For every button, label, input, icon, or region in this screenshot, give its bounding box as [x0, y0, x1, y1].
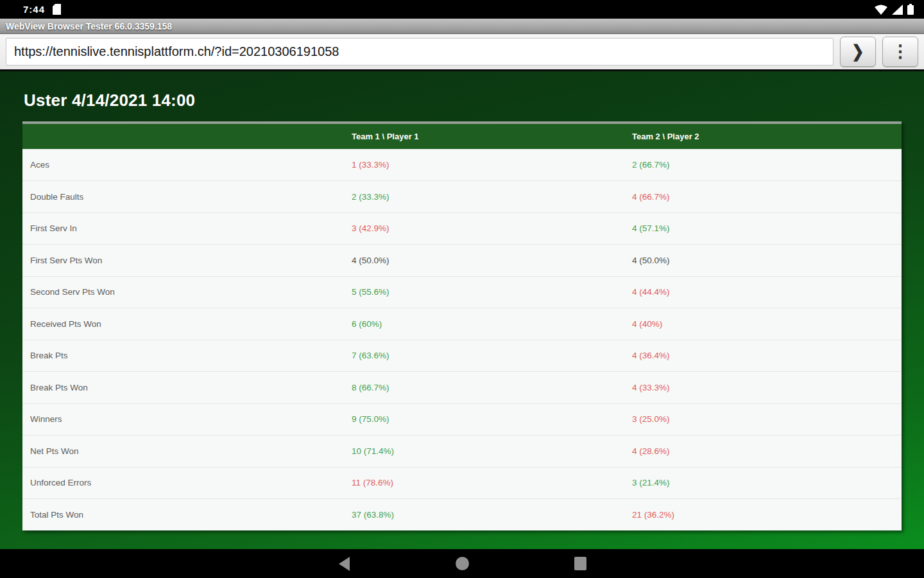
home-icon[interactable]	[454, 556, 470, 572]
table-row: Break Pts Won8 (66.7%)4 (33.3%)	[22, 372, 902, 404]
table-row: Received Pts Won6 (60%)4 (40%)	[22, 308, 902, 340]
team1-header: Team 1 \ Player 1	[344, 123, 624, 149]
url-toolbar: ❯ ⋮	[0, 34, 924, 71]
team2-value: 21 (36.2%)	[624, 499, 902, 531]
team1-value: 11 (78.6%)	[344, 467, 624, 499]
team1-value: 10 (71.4%)	[344, 435, 624, 468]
team2-value: 4 (66.7%)	[624, 181, 902, 213]
table-row: Total Pts Won37 (63.8%)21 (36.2%)	[22, 499, 902, 531]
table-header-row: Team 1 \ Player 1 Team 2 \ Player 2	[22, 123, 902, 149]
stat-label: First Serv In	[22, 213, 344, 245]
table-row: First Serv Pts Won4 (50.0%)4 (50.0%)	[22, 245, 902, 277]
table-row: Aces1 (33.3%)2 (66.7%)	[22, 149, 902, 181]
status-bar: 7:44	[0, 0, 924, 19]
stat-label: Break Pts	[22, 340, 344, 372]
overflow-menu-icon: ⋮	[892, 43, 909, 60]
status-time: 7:44	[23, 4, 45, 15]
status-bar-left: 7:44	[6, 4, 61, 15]
team1-value: 7 (63.6%)	[344, 340, 624, 372]
app-title-bar: WebView Browser Tester 66.0.3359.158	[0, 19, 924, 34]
recents-icon[interactable]	[572, 556, 588, 572]
stat-name-header	[22, 123, 344, 149]
app-title: WebView Browser Tester 66.0.3359.158	[6, 21, 172, 31]
stat-label: Winners	[22, 403, 344, 435]
stat-label: First Serv Pts Won	[22, 245, 344, 277]
back-icon[interactable]	[336, 556, 352, 572]
team1-value: 4 (50.0%)	[344, 245, 624, 277]
battery-icon	[907, 4, 914, 15]
team1-value: 6 (60%)	[344, 308, 624, 340]
url-input[interactable]	[6, 38, 834, 66]
stat-label: Second Serv Pts Won	[22, 276, 344, 308]
team1-value: 5 (55.6%)	[344, 276, 624, 308]
team2-value: 4 (33.3%)	[624, 372, 902, 404]
team2-value: 3 (21.4%)	[624, 467, 902, 499]
team1-value: 8 (66.7%)	[344, 372, 624, 404]
status-bar-right	[875, 4, 918, 15]
menu-button[interactable]: ⋮	[882, 37, 918, 67]
match-stats-table: Team 1 \ Player 1 Team 2 \ Player 2 Aces…	[22, 121, 902, 530]
stat-label: Total Pts Won	[22, 499, 344, 531]
team1-value: 2 (33.3%)	[344, 181, 624, 213]
table-row: Break Pts7 (63.6%)4 (36.4%)	[22, 340, 902, 372]
sd-card-icon	[53, 4, 61, 15]
webpage: Uster 4/14/2021 14:00 Team 1 \ Player 1 …	[0, 71, 924, 549]
stat-label: Unforced Errors	[22, 467, 344, 499]
stats-table-body: Aces1 (33.3%)2 (66.7%)Double Faults2 (33…	[22, 149, 902, 530]
table-row: Net Pts Won10 (71.4%)4 (28.6%)	[22, 435, 902, 468]
team2-value: 4 (40%)	[624, 308, 902, 340]
stat-label: Double Faults	[22, 181, 344, 213]
team2-header: Team 2 \ Player 2	[624, 123, 902, 149]
team2-value: 4 (28.6%)	[624, 435, 902, 468]
team1-value: 9 (75.0%)	[344, 403, 624, 435]
stat-label: Net Pts Won	[22, 435, 344, 468]
team1-value: 1 (33.3%)	[344, 149, 624, 181]
team2-value: 4 (44.4%)	[624, 276, 902, 308]
page-title: Uster 4/14/2021 14:00	[24, 91, 902, 110]
stat-label: Received Pts Won	[22, 308, 344, 340]
team1-value: 3 (42.9%)	[344, 213, 624, 245]
table-row: Double Faults2 (33.3%)4 (66.7%)	[22, 181, 902, 213]
android-nav-bar	[0, 549, 924, 578]
go-button[interactable]: ❯	[840, 37, 876, 67]
stat-label: Aces	[22, 149, 344, 181]
team2-value: 2 (66.7%)	[624, 149, 902, 181]
signal-icon	[892, 4, 903, 15]
team1-value: 37 (63.8%)	[344, 499, 624, 531]
table-row: Unforced Errors11 (78.6%)3 (21.4%)	[22, 467, 902, 499]
table-row: First Serv In3 (42.9%)4 (57.1%)	[22, 213, 902, 245]
team2-value: 4 (50.0%)	[624, 245, 902, 277]
team2-value: 4 (57.1%)	[624, 213, 902, 245]
stat-label: Break Pts Won	[22, 372, 344, 404]
table-row: Second Serv Pts Won5 (55.6%)4 (44.4%)	[22, 276, 902, 308]
team2-value: 4 (36.4%)	[624, 340, 902, 372]
team2-value: 3 (25.0%)	[624, 403, 902, 435]
go-arrow-icon: ❯	[851, 42, 864, 62]
wifi-icon	[875, 4, 887, 15]
table-row: Winners9 (75.0%)3 (25.0%)	[22, 403, 902, 435]
android-screen: 7:44 WebView Browser Tester 66.0.3359.15…	[0, 0, 924, 578]
